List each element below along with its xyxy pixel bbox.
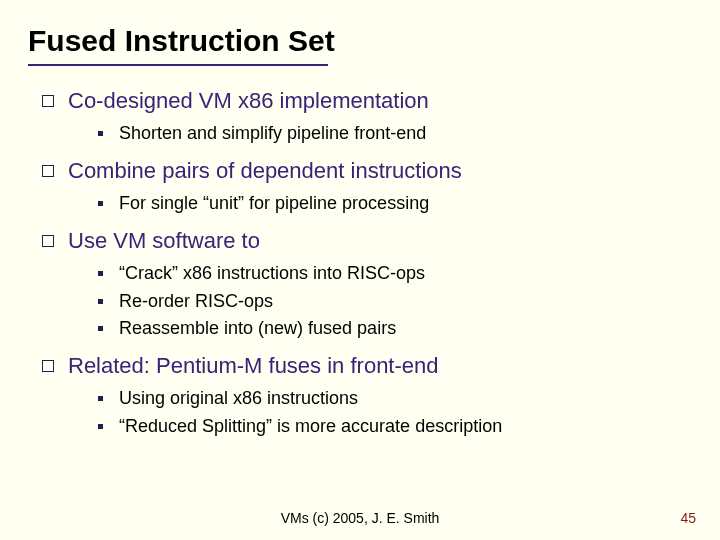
slide-content: Co-designed VM x86 implementation Shorte… [0,88,720,437]
square-bullet-icon [42,235,54,247]
page-number: 45 [680,510,696,526]
bullet-lvl2: “Crack” x86 instructions into RISC-ops [98,262,690,285]
square-bullet-icon [42,165,54,177]
lvl2-text: Reassemble into (new) fused pairs [119,317,396,340]
dot-bullet-icon [98,299,103,304]
bullet-lvl2: “Reduced Splitting” is more accurate des… [98,415,690,438]
lvl1-text: Co-designed VM x86 implementation [68,88,429,114]
dot-bullet-icon [98,326,103,331]
square-bullet-icon [42,95,54,107]
square-bullet-icon [42,360,54,372]
bullet-lvl2: Using original x86 instructions [98,387,690,410]
spacer [42,345,690,353]
bullet-lvl1: Related: Pentium-M fuses in front-end [42,353,690,379]
lvl2-text: “Reduced Splitting” is more accurate des… [119,415,502,438]
bullet-lvl1: Combine pairs of dependent instructions [42,158,690,184]
lvl2-text: Shorten and simplify pipeline front-end [119,122,426,145]
spacer [42,150,690,158]
lvl2-text: Re-order RISC-ops [119,290,273,313]
dot-bullet-icon [98,396,103,401]
lvl1-text: Related: Pentium-M fuses in front-end [68,353,439,379]
lvl1-text: Combine pairs of dependent instructions [68,158,462,184]
lvl1-text: Use VM software to [68,228,260,254]
bullet-lvl1: Use VM software to [42,228,690,254]
bullet-lvl1: Co-designed VM x86 implementation [42,88,690,114]
spacer [42,220,690,228]
dot-bullet-icon [98,131,103,136]
footer-text: VMs (c) 2005, J. E. Smith [0,510,720,526]
lvl2-text: Using original x86 instructions [119,387,358,410]
dot-bullet-icon [98,201,103,206]
bullet-lvl2: Re-order RISC-ops [98,290,690,313]
dot-bullet-icon [98,424,103,429]
bullet-lvl2: For single “unit” for pipeline processin… [98,192,690,215]
bullet-lvl2: Reassemble into (new) fused pairs [98,317,690,340]
lvl2-text: “Crack” x86 instructions into RISC-ops [119,262,425,285]
title-underline [28,64,328,66]
dot-bullet-icon [98,271,103,276]
lvl2-text: For single “unit” for pipeline processin… [119,192,429,215]
slide: Fused Instruction Set Co-designed VM x86… [0,0,720,540]
bullet-lvl2: Shorten and simplify pipeline front-end [98,122,690,145]
slide-title: Fused Instruction Set [0,24,720,58]
